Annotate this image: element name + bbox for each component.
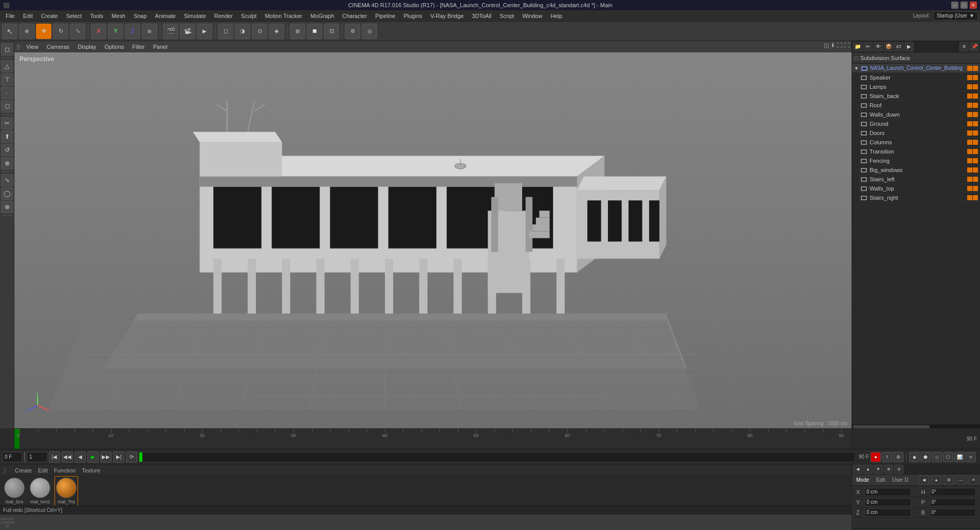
minimize-button[interactable]: ─ (951, 2, 958, 9)
anim-record-btn[interactable]: ● (871, 452, 881, 462)
frame-step-field[interactable]: 1 (27, 452, 47, 462)
menu-edit[interactable]: Edit (20, 12, 36, 20)
obj-walls-duwn[interactable]: Walls_duwn (858, 110, 980, 119)
viewport-menu-view[interactable]: View (24, 43, 41, 51)
maximize-button[interactable]: □ (960, 2, 968, 9)
attr-icon3[interactable]: ▼ (874, 465, 883, 474)
mat-menu-texture[interactable]: Texture (82, 467, 100, 474)
rp-close[interactable]: ✕ (959, 42, 969, 51)
menu-help[interactable]: Help (547, 12, 566, 20)
z-axis-btn[interactable]: Z (125, 24, 140, 39)
menu-mograph[interactable]: MoGraph (307, 12, 338, 20)
menu-plugins[interactable]: Plugins (400, 12, 426, 20)
brush-btn[interactable]: ◯ (1, 187, 13, 200)
viewport-menu-display[interactable]: Display (76, 43, 98, 51)
object-mode-btn[interactable]: ◻ (1, 43, 13, 55)
polygon-btn[interactable]: △ (1, 60, 13, 72)
menu-animate[interactable]: Animate (152, 12, 179, 20)
material-item-nasa[interactable]: mat_NAS (29, 477, 51, 505)
mat-menu-create[interactable]: Create (15, 467, 32, 474)
viewport-menu-panel[interactable]: Panel (151, 43, 170, 51)
menu-mesh[interactable]: Mesh (108, 12, 129, 20)
display-mode2-btn[interactable]: ◑ (235, 24, 250, 39)
mat-menu-edit[interactable]: Edit (38, 467, 48, 474)
obj-stairs-back[interactable]: Stairs_back (858, 91, 980, 101)
attr-tab-edit[interactable]: Edit (874, 476, 887, 484)
attr-expand[interactable]: ⊞ (944, 476, 953, 485)
unknown-btn[interactable]: ◎ (362, 24, 377, 39)
coord-z-field[interactable]: 0 cm (864, 508, 911, 517)
world-coord-btn[interactable]: ⊞ (142, 24, 157, 39)
menu-pipeline[interactable]: Pipeline (372, 12, 399, 20)
render-preview-btn[interactable]: ▶ (197, 24, 212, 39)
python-btn[interactable]: ⚙ (345, 24, 360, 39)
menu-vray[interactable]: V-Ray Bridge (427, 12, 468, 20)
coord-x-field[interactable]: 0 cm (864, 488, 911, 496)
display-mode1-btn[interactable]: ◻ (218, 24, 233, 39)
attr-minimize[interactable]: — (956, 476, 966, 485)
snap-btn[interactable]: 🔲 (307, 24, 322, 39)
attr-icon5[interactable]: ⊘ (894, 465, 903, 474)
menu-motiontracker[interactable]: Motion Tracker (261, 12, 306, 20)
y-axis-btn[interactable]: Y (108, 24, 123, 39)
play-btn[interactable]: ▶ (87, 451, 99, 463)
coord-h-field[interactable]: 0° (930, 488, 976, 496)
viewport-icon1[interactable]: ◫ (824, 42, 829, 49)
render-clapper-btn[interactable]: 🎬 (163, 24, 178, 39)
keyframe-btn3[interactable]: ◇ (932, 452, 942, 462)
extrude-btn[interactable]: ⬆ (1, 130, 13, 143)
attr-play-prev[interactable]: ◀ (919, 476, 929, 485)
obj-ground[interactable]: Ground (858, 119, 980, 128)
rp-icon1[interactable]: 📁 (853, 42, 862, 51)
attr-icon1[interactable]: ◀ (853, 465, 862, 474)
mat-menu-handle[interactable]: ⣿ (3, 468, 7, 473)
timeline-track[interactable] (139, 452, 855, 462)
viewport-handle[interactable]: ⣿ (16, 44, 20, 50)
mat-menu-function[interactable]: Function (54, 467, 76, 474)
rp-icon4[interactable]: 📦 (884, 42, 893, 51)
go-end-btn[interactable]: ▶| (113, 451, 124, 463)
display-mode3-btn[interactable]: ⊙ (252, 24, 267, 39)
timeline-ruler[interactable]: 0102030405060708090 (14, 428, 852, 449)
grid-btn[interactable]: ⊞ (290, 24, 305, 39)
material-item-ground[interactable]: mat_Gro (3, 477, 26, 505)
menu-create[interactable]: Create (38, 12, 62, 20)
viewport-menu-cameras[interactable]: Cameras (45, 43, 72, 51)
edge-btn[interactable]: ⊤ (1, 73, 13, 86)
keyframe-btn5[interactable]: 📊 (954, 452, 965, 462)
rp-icon6[interactable]: ▶ (904, 42, 914, 51)
viewport-menu-filter[interactable]: Filter (130, 43, 146, 51)
model-btn[interactable]: ⬡ (1, 100, 13, 112)
keyframe-btn6[interactable]: ≡ (966, 452, 976, 462)
viewport-icon3[interactable]: ⛶ (837, 42, 842, 49)
render-film-btn[interactable]: 📽 (180, 24, 195, 39)
spline-btn[interactable]: ∿ (1, 174, 13, 186)
active-tool-btn[interactable]: ✥ (36, 24, 51, 39)
move-tool-btn[interactable]: ↖ (2, 24, 17, 39)
obj-stairs-right[interactable]: Stairs_right (858, 193, 980, 202)
coord-p-field[interactable]: 0° (930, 498, 976, 506)
scale-btn[interactable]: ⤡ (70, 24, 85, 39)
rp-icon2[interactable]: ✏ (863, 42, 873, 51)
obj-roof[interactable]: Roof (858, 101, 980, 110)
x-axis-btn[interactable]: X (91, 24, 106, 39)
paint-btn[interactable]: ⊗ (1, 201, 13, 213)
weld-btn[interactable]: ⊕ (1, 157, 13, 169)
play-reverse-btn[interactable]: ◀ (75, 451, 86, 463)
menu-sculpt[interactable]: Sculpt (237, 12, 261, 20)
rp-icon3[interactable]: 👁 (874, 42, 883, 51)
obj-columns[interactable]: Columns (858, 138, 980, 147)
menu-render[interactable]: Render (211, 12, 236, 20)
viewport-icon2[interactable]: ⬇ (830, 42, 835, 49)
viewport-icon4[interactable]: ⛶ (844, 42, 849, 49)
display-mode4-btn[interactable]: ◈ (269, 24, 284, 39)
obj-root[interactable]: ▼ NASA_Launch_Control_Center_Building (852, 64, 980, 73)
attr-icon4[interactable]: ⊕ (884, 465, 893, 474)
viewport-menu-options[interactable]: Options (102, 43, 126, 51)
menu-3dtoall[interactable]: 3DToAll (468, 12, 495, 20)
go-start-btn[interactable]: |◀ (49, 451, 60, 463)
point-btn[interactable]: · (1, 87, 13, 99)
menu-window[interactable]: Window (519, 12, 546, 20)
anim-help-btn[interactable]: ? (882, 452, 892, 462)
attr-tab-mode[interactable]: Mode (854, 476, 871, 484)
